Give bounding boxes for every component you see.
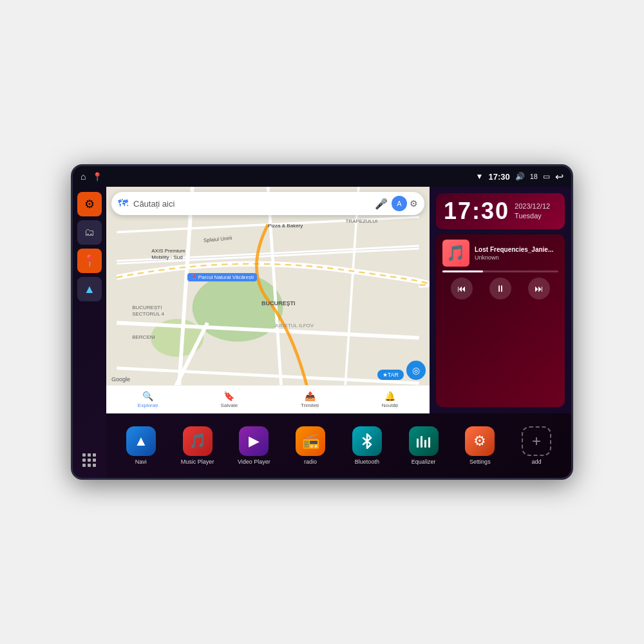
settings-app-icon: ⚙: [465, 426, 495, 456]
radio-icon: 📻: [296, 426, 325, 456]
right-panel: 17:30 2023/12/12 Tuesday 🎵: [430, 187, 571, 413]
music-player-label: Music Player: [181, 459, 214, 465]
prev-track-btn[interactable]: ⏮: [451, 278, 473, 299]
volume-icon[interactable]: 🔊: [515, 172, 525, 181]
saved-icon: 🔖: [223, 391, 234, 401]
back-icon[interactable]: ↩: [555, 171, 564, 183]
svg-rect-14: [428, 437, 430, 448]
maps-tab-news-label: Noutăți: [382, 402, 398, 408]
search-input[interactable]: Căutați aici: [133, 199, 375, 209]
svg-rect-12: [421, 436, 422, 448]
sidebar-navi-btn[interactable]: ▲: [77, 277, 102, 301]
main-area: ⚙ 🗂 📍 ▲: [73, 187, 571, 478]
status-bar: ⌂ 📍 ▼ 17:30 🔊 18 ▭ ↩: [73, 166, 571, 187]
bluetooth-label: Bluetooth: [355, 459, 379, 465]
add-label: add: [532, 459, 542, 465]
clock-day-value: Tuesday: [515, 211, 550, 221]
music-controls: ⏮ ⏸ ⏭: [442, 278, 558, 299]
map-marker-park[interactable]: 📍 Parcul Natural Văcărești: [187, 273, 257, 281]
maps-bottom-bar: 🔍 Explorați 🔖 Salvate 📤 Trimiteți �: [106, 385, 430, 413]
app-bluetooth[interactable]: Bluetooth: [345, 426, 390, 465]
map-pin-icon: 📍: [82, 254, 97, 268]
map-background: AXIS PremiumMobility - Sud Pizza & Baker…: [106, 187, 430, 413]
files-icon: 🗂: [84, 227, 95, 238]
video-player-icon: ▶: [239, 426, 269, 456]
maps-tab-explore[interactable]: 🔍 Explorați: [138, 391, 158, 408]
app-equalizer[interactable]: Equalizer: [401, 426, 446, 465]
clock-date-value: 2023/12/12: [515, 202, 550, 211]
maps-tab-saved[interactable]: 🔖 Salvate: [221, 391, 238, 408]
sidebar-apps-btn[interactable]: [77, 448, 102, 473]
top-section: AXIS PremiumMobility - Sud Pizza & Baker…: [106, 187, 571, 413]
equalizer-icon: [409, 426, 439, 456]
map-container[interactable]: AXIS PremiumMobility - Sud Pizza & Baker…: [106, 187, 430, 413]
battery-level: 18: [530, 173, 538, 180]
radio-label: radio: [304, 459, 317, 465]
explore-icon: 🔍: [142, 391, 153, 401]
maps-tab-share[interactable]: 📤 Trimiteți: [301, 391, 319, 408]
sidebar-maps-btn[interactable]: 📍: [77, 249, 102, 273]
app-music-player[interactable]: 🎵 Music Player: [175, 426, 220, 465]
next-icon: ⏭: [535, 283, 544, 294]
music-widget: 🎵 Lost Frequencies_Janie... Unknown: [436, 234, 565, 407]
app-radio[interactable]: 📻 radio: [288, 426, 333, 465]
microphone-icon[interactable]: 🎤: [375, 198, 388, 210]
clock-time: 17:30: [444, 200, 509, 223]
status-left: ⌂ 📍: [80, 171, 102, 182]
apps-grid-icon: [82, 453, 97, 468]
my-location-btn[interactable]: ◎: [406, 361, 426, 380]
music-info: 🎵 Lost Frequencies_Janie... Unknown: [442, 240, 558, 267]
app-settings[interactable]: ⚙ Settings: [457, 426, 502, 465]
app-video-player[interactable]: ▶ Video Player: [231, 426, 276, 465]
maps-tab-share-label: Trimiteți: [301, 402, 319, 408]
maps-tab-saved-label: Salvate: [221, 402, 238, 408]
map-label-sector4: BUCUREȘTISECTORUL 4: [132, 305, 164, 318]
navi-icon: ▲: [126, 426, 156, 456]
svg-rect-13: [424, 440, 426, 448]
user-avatar[interactable]: A: [392, 196, 407, 211]
content-area: AXIS PremiumMobility - Sud Pizza & Baker…: [106, 187, 571, 478]
maps-settings-icon[interactable]: ⚙: [410, 198, 418, 209]
pause-icon: ⏸: [496, 283, 505, 294]
map-label-pizza: Pizza & Bakery: [268, 223, 303, 229]
app-add[interactable]: + add: [514, 426, 559, 465]
apps-section: ▲ Navi 🎵 Music Player ▶ Video Player: [106, 413, 571, 478]
music-title: Lost Frequencies_Janie...: [475, 246, 558, 253]
sidebar-files-btn[interactable]: 🗂: [77, 220, 102, 245]
clock-widget: 17:30 2023/12/12 Tuesday: [436, 193, 565, 229]
home-icon[interactable]: ⌂: [80, 171, 86, 182]
pause-btn[interactable]: ⏸: [489, 278, 511, 299]
status-right: ▼ 17:30 🔊 18 ▭ ↩: [476, 171, 564, 183]
navigation-icon: ▲: [84, 283, 95, 296]
album-art: 🎵: [442, 240, 469, 267]
news-icon: 🔔: [384, 391, 395, 401]
maps-shortcut-icon[interactable]: 📍: [92, 172, 102, 182]
maps-search-bar[interactable]: 🗺 Căutați aici 🎤 A ⚙: [111, 192, 424, 215]
music-artist: Unknown: [475, 254, 558, 261]
star-btn[interactable]: ★TAR: [377, 370, 404, 380]
wifi-icon: ▼: [476, 172, 484, 181]
music-details: Lost Frequencies_Janie... Unknown: [475, 246, 558, 261]
status-time: 17:30: [489, 172, 510, 182]
map-label-axis: AXIS PremiumMobility - Sud: [151, 248, 185, 260]
map-label-berceni: BERCENI: [132, 334, 155, 340]
google-logo: Google: [111, 376, 130, 383]
maps-tab-news[interactable]: 🔔 Noutăți: [382, 391, 398, 408]
settings-icon: ⚙: [84, 197, 95, 211]
bluetooth-icon: [352, 426, 382, 456]
share-icon: 📤: [305, 391, 316, 401]
maps-tab-explore-label: Explorați: [138, 402, 158, 408]
clock-date: 2023/12/12 Tuesday: [515, 202, 550, 222]
navi-label: Navi: [135, 459, 147, 465]
music-progress-bar[interactable]: [442, 270, 558, 272]
sidebar-settings-btn[interactable]: ⚙: [77, 192, 102, 216]
map-label-trapezului: TRAPEZULUI: [345, 218, 377, 224]
svg-rect-11: [417, 439, 419, 448]
battery-icon: ▭: [543, 172, 550, 181]
next-track-btn[interactable]: ⏭: [528, 278, 550, 299]
app-navi[interactable]: ▲ Navi: [118, 426, 164, 465]
music-player-icon: 🎵: [183, 426, 213, 456]
google-maps-icon: 🗺: [118, 198, 128, 209]
map-label-bucuresti: BUCUREȘTI: [261, 300, 296, 307]
video-player-label: Video Player: [238, 459, 270, 465]
